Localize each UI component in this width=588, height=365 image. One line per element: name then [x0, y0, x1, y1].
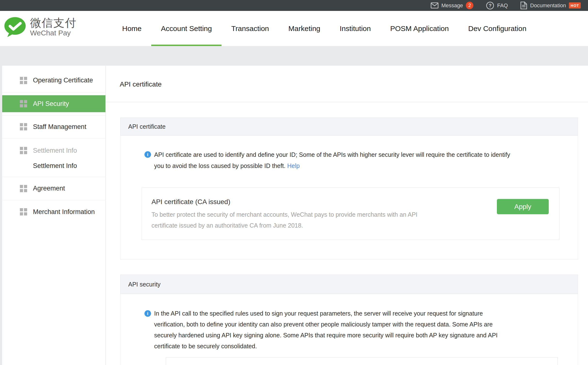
question-circle-icon: ? [486, 1, 494, 10]
topbar: Message 2 ? FAQ Documentation HOT [0, 0, 588, 11]
nav-transaction[interactable]: Transaction [231, 11, 269, 46]
sidebar-item-operating-certificate[interactable]: Operating Certificate [2, 66, 105, 93]
main-nav: Home Account Setting Transaction Marketi… [122, 11, 526, 46]
grid-icon [20, 100, 27, 107]
sidebar-item-staff-management[interactable]: Staff Management [2, 115, 105, 138]
logo-cn: 微信支付 [30, 17, 77, 29]
hot-badge: HOT [569, 2, 581, 8]
api-certificate-panel-header: API certificate [120, 118, 578, 136]
sidebar-item-settlement-info-sub[interactable]: Settlement Info [2, 159, 105, 173]
nav-account-setting[interactable]: Account Setting [161, 11, 212, 46]
topbar-faq[interactable]: ? FAQ [486, 1, 508, 10]
nav-dev-configuration-label: Dev Configuration [468, 24, 526, 33]
nav-institution[interactable]: Institution [340, 11, 371, 46]
nav-marketing[interactable]: Marketing [288, 11, 320, 46]
topbar-documentation[interactable]: Documentation HOT [520, 1, 581, 9]
nav-transaction-label: Transaction [231, 24, 269, 33]
grid-icon [20, 147, 27, 154]
api-security-info-text: In the API call to the specified rules u… [154, 308, 498, 352]
api-security-panel: API security i In the API call to the sp… [120, 275, 578, 365]
page-title: API certificate [120, 80, 162, 88]
help-link[interactable]: Help [287, 162, 300, 169]
grid-icon [20, 185, 27, 192]
api-certificate-panel: API certificate i API certificate are us… [120, 118, 578, 260]
faq-label: FAQ [497, 2, 508, 9]
nav-institution-label: Institution [340, 24, 371, 33]
ca-issued-card: API certificate (CA issued) To better pr… [142, 188, 559, 240]
sidebar-item-api-security[interactable]: API Security [2, 95, 105, 112]
nav-posm-application[interactable]: POSM Application [390, 11, 449, 46]
apply-button[interactable]: Apply [497, 199, 549, 214]
main-content: API certificate API certificate i API ce… [106, 66, 588, 365]
message-icon [431, 2, 438, 8]
svg-text:?: ? [489, 3, 492, 8]
api-security-info-row: i In the API call to the specified rules… [144, 308, 578, 352]
sidebar-item-label: Operating Certificate [33, 77, 93, 84]
sidebar-group-settlement: Settlement Info Settlement Info [2, 138, 105, 177]
nav-marketing-label: Marketing [288, 24, 320, 33]
message-label: Message [441, 2, 463, 9]
sidebar-item-label: Settlement Info [33, 147, 77, 154]
title-divider [106, 102, 588, 102]
header: 微信支付 WeChat Pay Home Account Setting Tra… [0, 11, 588, 46]
logo-en: WeChat Pay [30, 29, 77, 37]
api-security-inner-box [166, 357, 558, 365]
grid-icon [20, 208, 27, 215]
sidebar-item-merchant-information[interactable]: Merchant Information [2, 200, 105, 223]
api-certificate-info-text: API certificate are used to identify and… [154, 149, 510, 171]
sidebar-item-label: Staff Management [33, 123, 86, 131]
sidebar: Operating Certificate API Security Staff… [2, 66, 105, 365]
sidebar-item-label: API Security [33, 100, 69, 108]
nav-home[interactable]: Home [122, 11, 142, 46]
api-security-panel-header: API security [120, 275, 578, 294]
active-nav-underline [151, 45, 222, 46]
info-icon: i [144, 151, 151, 158]
sidebar-item-label: Settlement Info [33, 162, 77, 170]
nav-dev-configuration[interactable]: Dev Configuration [468, 11, 526, 46]
nav-posm-application-label: POSM Application [390, 24, 449, 33]
documentation-label: Documentation [530, 2, 566, 9]
message-count-badge: 2 [466, 2, 473, 9]
grid-icon [20, 77, 27, 84]
info-text-body: API certificate are used to identify and… [154, 151, 510, 169]
info-icon: i [144, 310, 151, 317]
sidebar-item-settlement-info-disabled: Settlement Info [2, 142, 105, 159]
nav-home-label: Home [122, 24, 142, 33]
wechat-pay-logo[interactable]: 微信支付 WeChat Pay [4, 17, 77, 38]
sidebar-item-label: Merchant Information [33, 208, 95, 216]
grid-icon [20, 123, 27, 130]
wechat-bubble-icon [4, 17, 26, 38]
document-icon [520, 1, 527, 9]
sidebar-item-label: Agreement [33, 185, 65, 192]
sidebar-item-agreement[interactable]: Agreement [2, 177, 105, 200]
nav-account-setting-label: Account Setting [161, 24, 212, 33]
topbar-message[interactable]: Message 2 [431, 2, 473, 9]
ca-issued-card-description: To better protect the security of mercha… [151, 209, 486, 231]
logo-text: 微信支付 WeChat Pay [30, 17, 77, 37]
api-certificate-info-row: i API certificate are used to identify a… [144, 149, 578, 171]
